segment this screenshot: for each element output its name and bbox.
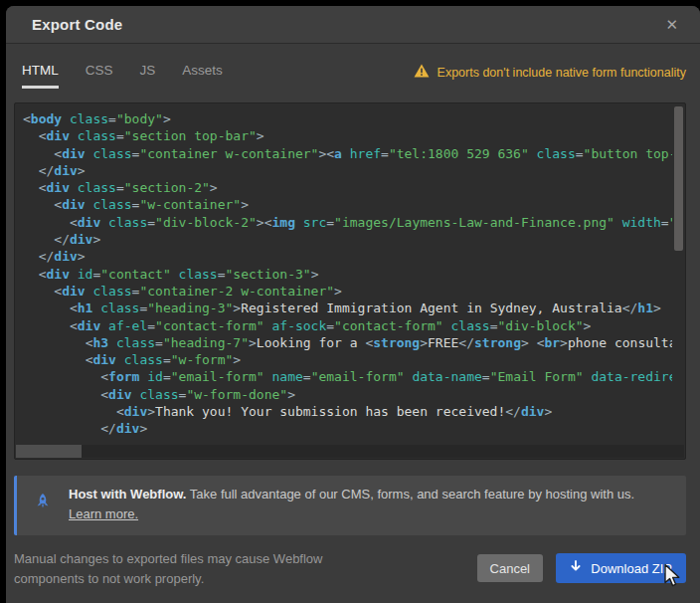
horizontal-scrollbar[interactable] — [16, 445, 684, 458]
code-editor[interactable]: <body class="body"> <div class="section … — [14, 102, 686, 460]
code-line: <h3 class="heading-7">Looking for a <str… — [23, 334, 672, 351]
code-line: <div class="container-2 w-container"> — [23, 283, 672, 300]
code-line: <div class="container w-container"><a hr… — [23, 145, 672, 162]
code-line: <div af-el="contact-form" af-sock="conta… — [23, 317, 672, 334]
warning-text: Exports don't include native form functi… — [438, 66, 686, 80]
code-line: <div class="section top-bar"> — [23, 127, 672, 144]
horizontal-scrollbar-thumb[interactable] — [16, 445, 82, 458]
code-line: <body class="body"> — [23, 110, 672, 127]
banner-title: Host with Webflow. — [69, 487, 186, 502]
warning-icon — [414, 64, 430, 82]
code-line: </div> — [23, 420, 672, 437]
code-line: <div class="w-form-done"> — [23, 386, 672, 403]
tab-assets[interactable]: Assets — [182, 63, 223, 89]
code-line: </div> — [23, 248, 672, 265]
dialog-title-bar: Export Code ✕ — [6, 6, 700, 44]
code-line: <div class="w-form"> — [23, 351, 672, 368]
code-line: <div class="w-container"> — [23, 196, 672, 213]
banner-description: Take full advantage of our CMS, forms, a… — [186, 487, 634, 502]
code-line: <h1 class="heading-3">Registered Immigra… — [23, 300, 672, 316]
tab-js[interactable]: JS — [140, 63, 156, 89]
dialog-title: Export Code — [32, 16, 661, 33]
code-line: <div id="contact" class="section-3"> — [23, 266, 672, 283]
code-line: <form id="email-form" name="email-form" … — [23, 368, 672, 385]
learn-more-link[interactable]: Learn more. — [69, 506, 138, 521]
footer-note: Manual changes to exported files may cau… — [14, 549, 357, 589]
rocket-icon — [34, 493, 52, 514]
download-zip-button[interactable]: Download ZIP — [556, 553, 686, 583]
hosting-banner: Host with Webflow. Take full advantage o… — [14, 476, 686, 535]
export-code-dialog: Export Code ✕ HTMLCSSJSAssets Exports do… — [6, 6, 700, 603]
vertical-scrollbar-thumb[interactable] — [674, 106, 683, 251]
download-zip-label: Download ZIP — [591, 561, 672, 576]
banner-text: Host with Webflow. Take full advantage o… — [69, 485, 655, 524]
tab-bar: HTMLCSSJSAssets — [22, 63, 223, 89]
cancel-button[interactable]: Cancel — [477, 554, 543, 582]
form-functionality-warning: Exports don't include native form functi… — [414, 64, 686, 82]
code-line: </div> — [23, 231, 672, 248]
tab-css[interactable]: CSS — [86, 63, 113, 89]
code-line: </div> — [23, 162, 672, 179]
code-content: <body class="body"> <div class="section … — [23, 110, 672, 444]
code-line: <div class="div-block-2"><img src="image… — [23, 214, 672, 231]
code-line: <div>Thank you! Your submission has been… — [23, 403, 672, 420]
close-icon[interactable]: ✕ — [661, 13, 682, 36]
code-line: <div class="section-2"> — [23, 179, 672, 196]
tab-html[interactable]: HTML — [22, 63, 59, 89]
download-arrow-icon — [570, 560, 582, 576]
